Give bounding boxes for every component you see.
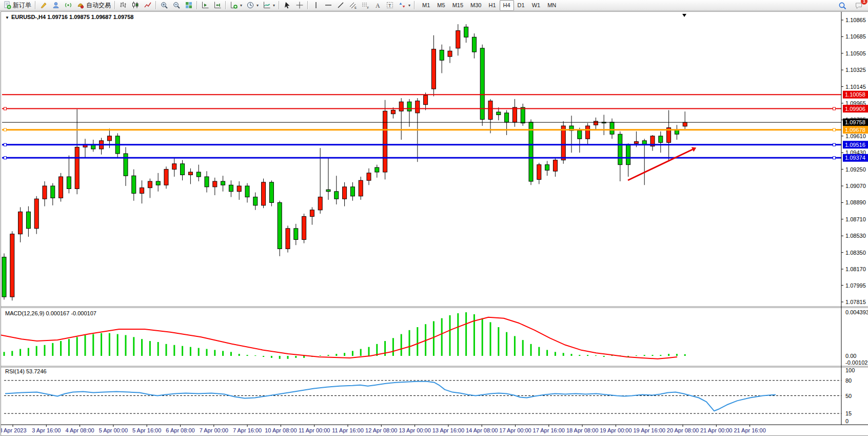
- time-label[interactable]: 21 Apr 16:00: [734, 427, 765, 433]
- clock-icon: [246, 1, 254, 9]
- chevron-down-icon[interactable]: ▾: [240, 3, 242, 8]
- time-label[interactable]: 3 Apr 16:00: [32, 427, 61, 433]
- vertical-line-button[interactable]: [310, 0, 322, 11]
- trendline-button[interactable]: [334, 0, 347, 11]
- crosshair-icon: [295, 1, 304, 9]
- time-label[interactable]: 17 Apr 00:00: [499, 427, 531, 433]
- timeframe-m5[interactable]: M5: [433, 0, 448, 11]
- zoom-out-button[interactable]: [170, 0, 183, 11]
- time-label[interactable]: 14 Apr 08:00: [466, 427, 498, 433]
- hline-handle[interactable]: [833, 128, 836, 131]
- time-label[interactable]: 12 Apr 08:00: [365, 427, 397, 433]
- horizontal-line-button[interactable]: [322, 0, 334, 11]
- chevron-down-icon[interactable]: ▾: [408, 3, 410, 8]
- new-chart-button[interactable]: ▾: [228, 0, 244, 11]
- text-button[interactable]: A: [371, 0, 384, 11]
- time-label[interactable]: 5 Apr 00:00: [99, 427, 128, 433]
- time-label[interactable]: 17 Apr 16:00: [533, 427, 565, 433]
- candle-body: [375, 167, 379, 172]
- chevron-down-icon[interactable]: ▾: [257, 3, 259, 8]
- candle-body: [278, 202, 282, 249]
- auto-scroll-button[interactable]: [199, 0, 211, 11]
- hline-handle[interactable]: [833, 143, 836, 146]
- toolbar-separator: [414, 1, 415, 9]
- time-label[interactable]: 19 Apr 00:00: [600, 427, 632, 433]
- timeframe-m1[interactable]: M1: [419, 0, 433, 11]
- chart-area[interactable]: ▼EURUSD-,H4 1.09716 1.09875 1.09687 1.09…: [1, 11, 868, 436]
- fibonacci-button[interactable]: F: [359, 0, 371, 11]
- time-label[interactable]: 11 Apr 00:00: [299, 427, 330, 433]
- line-view-button[interactable]: [142, 0, 154, 11]
- channel-button[interactable]: E: [347, 0, 359, 11]
- candle-body: [448, 51, 452, 56]
- styler-button[interactable]: [37, 0, 50, 11]
- timeframe-m15[interactable]: M15: [449, 0, 467, 11]
- chartshift-icon: [213, 1, 222, 9]
- hline-handle[interactable]: [833, 157, 836, 159]
- time-label[interactable]: 21 Apr 00:00: [700, 427, 732, 433]
- candle-body: [67, 177, 71, 188]
- chart-shift-button[interactable]: [211, 0, 224, 11]
- templates-button[interactable]: ▾: [261, 0, 277, 11]
- timeframe-w1[interactable]: W1: [528, 0, 544, 11]
- candle-body: [107, 136, 111, 141]
- zoom-in-button[interactable]: [158, 0, 170, 11]
- bars-view-button[interactable]: [117, 0, 129, 11]
- candle-body: [148, 181, 152, 188]
- price-tick-1.09610: 1.09610: [845, 133, 866, 139]
- hline-handle[interactable]: [833, 107, 836, 110]
- signals-button[interactable]: [62, 0, 74, 11]
- tile-windows-button[interactable]: [183, 0, 195, 11]
- time-label[interactable]: 13 Apr 00:00: [399, 427, 430, 433]
- hline-handle[interactable]: [4, 143, 7, 146]
- time-label[interactable]: 4 Apr 08:00: [65, 427, 94, 433]
- trendline-icon: [337, 1, 345, 9]
- candle-body: [262, 182, 266, 205]
- community-button[interactable]: [50, 0, 62, 11]
- time-label[interactable]: 10 Apr 08:00: [265, 427, 297, 433]
- candle-body: [34, 199, 38, 229]
- rsi-axis-100: 100: [845, 367, 855, 373]
- time-label[interactable]: 6 Apr 08:00: [166, 427, 194, 433]
- arrows-button[interactable]: ▾: [396, 0, 412, 11]
- time-label[interactable]: 7 Apr 16:00: [233, 427, 262, 433]
- time-label[interactable]: 11 Apr 16:00: [332, 427, 364, 433]
- toolbar-right: 1: [836, 0, 865, 11]
- chart-canvas[interactable]: 1.108651.106851.105051.103251.101451.099…: [1, 12, 868, 435]
- time-label[interactable]: 3 Apr 2023: [1, 427, 27, 433]
- hline-handle[interactable]: [4, 128, 7, 131]
- timeframe-h4[interactable]: H4: [500, 0, 514, 11]
- chat-button[interactable]: 1: [853, 0, 865, 11]
- chevron-down-icon[interactable]: ▾: [273, 3, 275, 8]
- timeframe-h1[interactable]: H1: [485, 0, 499, 11]
- text-label-button[interactable]: T: [384, 0, 396, 11]
- time-label[interactable]: 5 Apr 16:00: [132, 427, 161, 433]
- toolbar-separator: [196, 1, 198, 9]
- timeframe-mn[interactable]: MN: [544, 0, 560, 11]
- periods-button[interactable]: ▾: [244, 0, 261, 11]
- text-label-icon: T: [386, 1, 394, 9]
- hline-handle[interactable]: [4, 107, 7, 110]
- toolbar-separator: [155, 1, 156, 9]
- hline-handle[interactable]: [4, 157, 7, 159]
- search-button[interactable]: [836, 0, 849, 11]
- time-label[interactable]: 13 Apr 16:00: [432, 427, 464, 433]
- new-order-button[interactable]: 新订单: [1, 0, 33, 11]
- candle-body: [391, 110, 395, 113]
- candle-body: [124, 154, 128, 176]
- cursor-button[interactable]: [281, 0, 293, 11]
- autotrade-button[interactable]: 自动交易: [74, 0, 113, 11]
- time-label[interactable]: 7 Apr 00:00: [200, 427, 228, 433]
- time-label[interactable]: 19 Apr 16:00: [634, 427, 665, 433]
- time-label[interactable]: 20 Apr 08:00: [667, 427, 699, 433]
- candles-view-button[interactable]: [129, 0, 142, 11]
- mt4-window: 新订单自动交易▾▾▾EFAT▾M1M5M15M30H1H4D1W1MN1 ▼EU…: [0, 0, 868, 436]
- timeframe-d1[interactable]: D1: [514, 0, 528, 11]
- candle-body: [205, 177, 209, 187]
- timeframe-m30[interactable]: M30: [467, 0, 485, 11]
- candles-icon: [131, 1, 140, 9]
- macd-axis-0.004393: 0.004393: [845, 309, 868, 315]
- collapse-icon[interactable]: ▼: [5, 15, 9, 20]
- crosshair-button[interactable]: [293, 0, 306, 11]
- time-label[interactable]: 18 Apr 08:00: [566, 427, 598, 433]
